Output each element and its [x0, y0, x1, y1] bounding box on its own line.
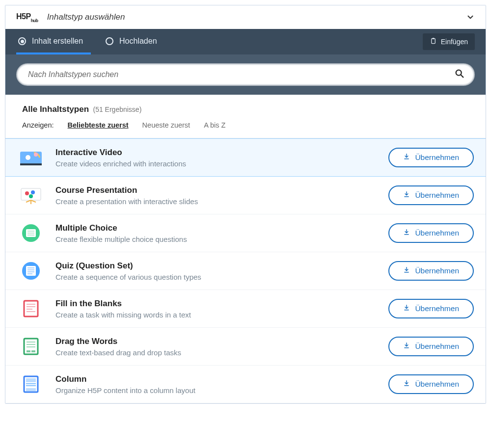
filter-heading: Alle Inhaltstypen (51 Ergebnisse): [22, 105, 469, 114]
svg-rect-1: [432, 38, 434, 39]
filter-count: (51 Ergebnisse): [93, 105, 141, 113]
svg-line-3: [461, 75, 464, 78]
sort-row: Anzeigen: Beliebteste zuerst Neueste zue…: [22, 121, 469, 129]
tab-create-label: Inhalt erstellen: [32, 37, 83, 46]
tab-upload[interactable]: Hochladen: [104, 29, 165, 54]
item-title: Quiz (Question Set): [55, 261, 378, 271]
item-desc: Create a sequence of various question ty…: [55, 273, 378, 281]
use-button-label: Übernehmen: [415, 342, 459, 351]
svg-point-10: [31, 190, 35, 194]
svg-rect-41: [26, 388, 36, 391]
paste-button[interactable]: Einfügen: [423, 33, 475, 50]
radio-unchecked-icon: [106, 37, 113, 45]
svg-rect-22: [27, 267, 34, 268]
radio-checked-icon: [18, 37, 26, 45]
use-button[interactable]: Übernehmen: [388, 337, 474, 356]
svg-rect-35: [27, 350, 30, 352]
item-title: Interactive Video: [55, 148, 378, 158]
list-item[interactable]: Column Organize H5P content into a colum…: [5, 366, 486, 403]
use-button-label: Übernehmen: [415, 153, 459, 162]
sort-alpha[interactable]: A bis Z: [204, 121, 225, 129]
use-button[interactable]: Übernehmen: [388, 148, 474, 167]
svg-rect-23: [27, 269, 34, 270]
filter-bar: Alle Inhaltstypen (51 Ergebnisse) Anzeig…: [5, 95, 486, 138]
search-input[interactable]: [26, 65, 454, 84]
search-icon[interactable]: [454, 68, 465, 81]
use-button-label: Übernehmen: [415, 191, 459, 200]
interactive-video-icon: [17, 147, 45, 168]
item-text: Interactive Video Create videos enriched…: [55, 148, 378, 168]
item-desc: Create flexible multiple choice question…: [55, 235, 378, 243]
svg-line-12: [26, 200, 31, 202]
item-text: Drag the Words Create text-based drag an…: [55, 337, 378, 357]
paste-button-label: Einfügen: [441, 38, 468, 46]
use-button[interactable]: Übernehmen: [388, 223, 474, 243]
download-icon: [403, 153, 410, 162]
download-icon: [403, 191, 410, 200]
h5p-hub-panel: H5Phub Inhaltstyp auswählen Inhalt erste…: [5, 5, 486, 404]
filter-title: Alle Inhaltstypen: [22, 105, 89, 114]
item-title: Course Presentation: [55, 185, 378, 195]
download-icon: [403, 229, 410, 237]
item-text: Course Presentation Create a presentatio…: [55, 185, 378, 206]
download-icon: [403, 380, 410, 389]
svg-point-9: [25, 191, 29, 195]
use-button-label: Übernehmen: [415, 380, 459, 389]
svg-rect-7: [20, 163, 42, 165]
use-button[interactable]: Übernehmen: [388, 261, 474, 281]
item-text: Multiple Choice Create flexible multiple…: [55, 223, 378, 243]
svg-rect-34: [27, 346, 35, 347]
fill-blanks-icon: [17, 298, 45, 319]
course-presentation-icon: [17, 184, 45, 206]
logo-sub: hub: [31, 18, 38, 23]
svg-rect-38: [26, 378, 36, 382]
item-desc: Create videos enriched with interactions: [55, 159, 378, 168]
tab-bar: Inhalt erstellen Hochladen Einfügen: [5, 29, 486, 54]
svg-rect-4: [20, 152, 42, 164]
item-desc: Organize H5P content into a column layou…: [55, 386, 378, 395]
use-button[interactable]: Übernehmen: [388, 299, 474, 318]
list-item[interactable]: Multiple Choice Create flexible multiple…: [5, 214, 486, 252]
hub-header: H5Phub Inhaltstyp auswählen: [5, 5, 486, 29]
use-button[interactable]: Übernehmen: [388, 185, 474, 205]
chevron-down-icon[interactable]: [466, 13, 475, 22]
svg-point-11: [29, 194, 33, 198]
sort-popular[interactable]: Beliebteste zuerst: [68, 121, 129, 129]
item-desc: Create a presentation with interactive s…: [55, 197, 378, 206]
search-region: [5, 54, 486, 95]
item-desc: Create text-based drag and drop tasks: [55, 348, 378, 357]
sort-label: Anzeigen:: [22, 121, 54, 129]
item-desc: Create a task with missing words in a te…: [55, 311, 378, 319]
column-icon: [17, 373, 45, 395]
search-box: [16, 63, 475, 86]
download-icon: [403, 304, 410, 313]
list-item[interactable]: Course Presentation Create a presentatio…: [5, 177, 486, 214]
use-button-label: Übernehmen: [415, 229, 459, 237]
clipboard-icon: [430, 37, 437, 46]
item-title: Fill in the Blanks: [55, 299, 378, 309]
tab-upload-label: Hochladen: [119, 37, 157, 46]
svg-rect-32: [27, 342, 35, 343]
use-button[interactable]: Übernehmen: [388, 374, 474, 394]
sort-newest[interactable]: Neueste zuerst: [142, 121, 191, 129]
hub-header-left: H5Phub Inhaltstyp auswählen: [16, 12, 125, 22]
drag-words-icon: [17, 336, 45, 357]
hub-title: Inhaltstyp auswählen: [47, 12, 125, 22]
multiple-choice-icon: [17, 222, 45, 244]
list-item[interactable]: Drag the Words Create text-based drag an…: [5, 328, 486, 366]
tab-create[interactable]: Inhalt erstellen: [16, 29, 91, 54]
svg-rect-30: [27, 311, 35, 312]
svg-rect-19: [27, 235, 34, 236]
svg-rect-40: [26, 385, 36, 386]
tab-bar-left: Inhalt erstellen Hochladen: [16, 29, 178, 54]
list-item[interactable]: Quiz (Question Set) Create a sequence of…: [5, 252, 486, 290]
download-icon: [403, 266, 410, 275]
list-item[interactable]: Fill in the Blanks Create a task with mi…: [5, 290, 486, 328]
svg-rect-29: [27, 309, 32, 310]
svg-rect-39: [26, 383, 36, 384]
svg-rect-17: [27, 231, 34, 232]
svg-rect-36: [31, 350, 35, 352]
list-item[interactable]: Interactive Video Create videos enriched…: [5, 138, 486, 177]
use-button-label: Übernehmen: [415, 266, 459, 275]
svg-rect-24: [27, 271, 34, 272]
